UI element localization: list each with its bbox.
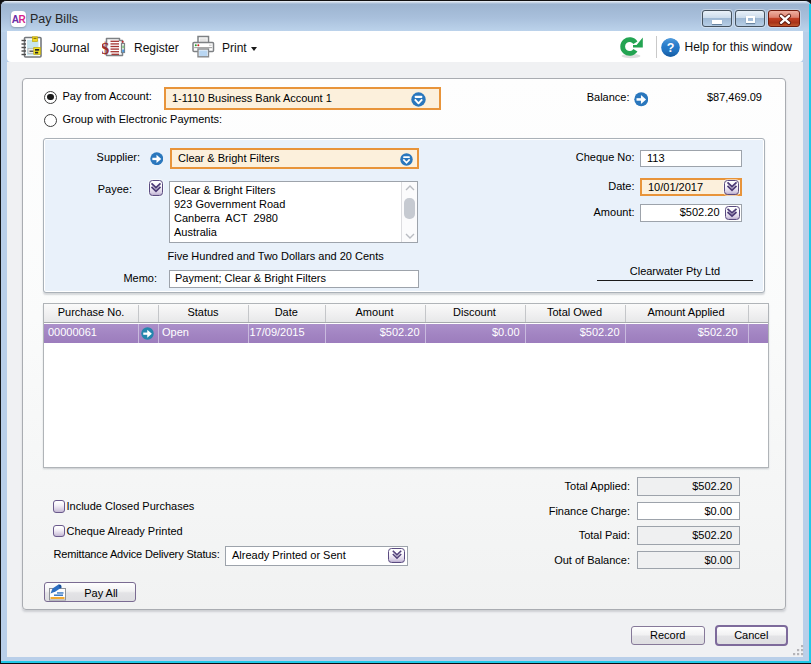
svg-text:?: ? (667, 41, 675, 55)
svg-text:$: $ (102, 39, 109, 58)
